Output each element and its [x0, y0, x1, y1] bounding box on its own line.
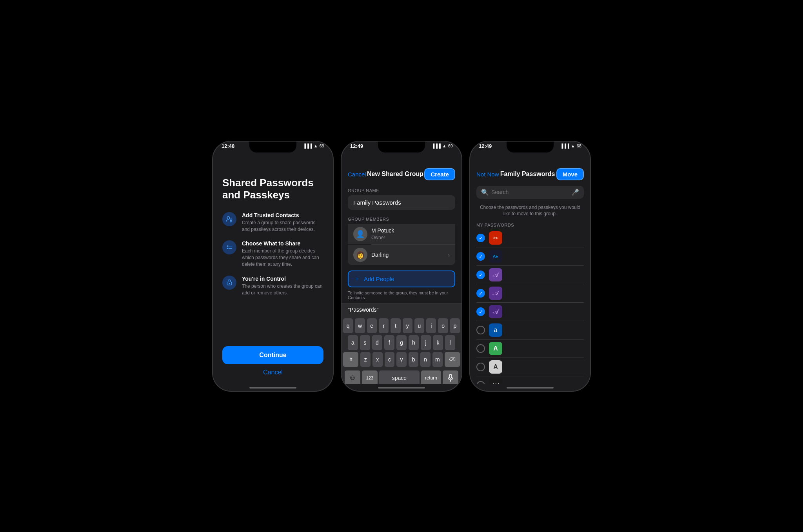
pw-checkbox[interactable]: ✓	[476, 252, 485, 261]
feature-text-3: You're in Control The person who creates…	[242, 276, 323, 296]
password-item[interactable]: ✓ 𝒜	[470, 266, 590, 284]
key-g[interactable]: g	[396, 335, 407, 350]
pw-checkbox[interactable]	[476, 363, 485, 371]
invite-hint: To invite someone to the group, they mus…	[342, 291, 461, 300]
move-button[interactable]: Move	[556, 168, 584, 180]
key-j[interactable]: j	[421, 335, 431, 350]
key-shift[interactable]: ⇧	[343, 352, 358, 367]
passwords-list: ✓ ✂ ✓ AE ✓ 𝒜 ✓ 𝒜 ✓ 𝒜	[470, 229, 590, 383]
phone1-content: Shared Passwordsand Passkeys Add Trusted…	[213, 165, 333, 384]
pw-checkbox[interactable]	[476, 344, 485, 353]
key-s[interactable]: s	[360, 335, 370, 350]
key-r[interactable]: r	[379, 318, 389, 333]
pw-checkbox[interactable]	[476, 326, 485, 334]
plus-icon: ＋	[354, 275, 360, 283]
pw-checkbox[interactable]	[476, 381, 485, 383]
status-bar-1: 12:48 ▐▐▐ ▲ 69	[213, 142, 333, 150]
pw-checkbox[interactable]: ✓	[476, 271, 485, 279]
key-q[interactable]: q	[343, 318, 353, 333]
cancel-button-2[interactable]: Cancel	[348, 171, 366, 178]
feature-icon-1	[222, 212, 236, 226]
pw-checkbox[interactable]: ✓	[476, 289, 485, 298]
pw-checkbox[interactable]: ✓	[476, 234, 485, 242]
member-avatar-2: 👩	[353, 248, 367, 262]
create-button[interactable]: Create	[424, 168, 455, 180]
nav-title-2: New Shared Group	[367, 171, 423, 178]
feature-text-2: Choose What to Share Each member of the …	[242, 240, 323, 267]
key-v[interactable]: v	[396, 352, 407, 367]
status-icons-2: ▐▐▐ ▲ 69	[431, 143, 453, 148]
search-icon: 🔍	[481, 189, 489, 196]
key-n[interactable]: n	[420, 352, 431, 367]
signal-icon-2: ▐▐▐	[431, 143, 440, 148]
key-mic[interactable]	[443, 370, 458, 384]
group-name-input[interactable]: Family Passwords	[348, 195, 455, 210]
svg-point-2	[227, 245, 228, 247]
password-item[interactable]: A	[470, 358, 590, 376]
cancel-link[interactable]: Cancel	[222, 369, 323, 376]
key-z[interactable]: z	[360, 352, 371, 367]
feature-item-1: Add Trusted Contacts Create a group to s…	[222, 212, 323, 233]
key-row-1: q w e r t y u i o p	[343, 318, 460, 333]
phone-3: 12:49 ▐▐▐ ▲ 68 Not Now Family Passwords …	[469, 141, 591, 392]
pw-icon: AE	[489, 250, 502, 263]
chevron-icon: ›	[448, 252, 450, 258]
password-item[interactable]: ✓ ✂	[470, 229, 590, 247]
key-d[interactable]: d	[372, 335, 382, 350]
home-indicator-2	[378, 387, 425, 389]
feature-icon-3	[222, 276, 236, 290]
wifi-icon: ▲	[314, 143, 318, 148]
pw-icon: ✂	[489, 231, 502, 245]
group-name-label: GROUP NAME	[348, 188, 455, 193]
group-name-section: GROUP NAME Family Passwords	[342, 183, 461, 212]
pw-icon: 𝒜	[489, 268, 502, 281]
pw-checkbox[interactable]: ✓	[476, 307, 485, 316]
key-return[interactable]: return	[421, 370, 441, 384]
member-info-2: Darling	[371, 252, 389, 258]
keyboard: q w e r t y u i o p a s d	[342, 316, 461, 384]
feature-item-3: You're in Control The person who creates…	[222, 276, 323, 296]
key-f[interactable]: f	[384, 335, 394, 350]
password-item[interactable]: ✓ AE	[470, 247, 590, 265]
password-item[interactable]: AM	[470, 376, 590, 383]
key-space[interactable]: space	[379, 370, 420, 384]
key-m[interactable]: m	[432, 352, 443, 367]
key-emoji[interactable]: ☺	[345, 370, 360, 384]
key-h[interactable]: h	[409, 335, 419, 350]
search-input[interactable]	[491, 189, 569, 195]
group-members-section: GROUP MEMBERS 👤 M Potuck Owner 👩 Darling	[342, 212, 461, 267]
key-u[interactable]: u	[414, 318, 424, 333]
key-row-3: ⇧ z x c v b n m ⌫	[343, 352, 460, 367]
not-now-button[interactable]: Not Now	[476, 171, 499, 178]
key-x[interactable]: x	[372, 352, 383, 367]
phone3-content: Not Now Family Passwords Move 🔍 🎤 Choose…	[470, 165, 590, 384]
mic-icon: 🎤	[571, 189, 579, 196]
nav-bar-3: Not Now Family Passwords Move	[470, 165, 590, 183]
key-k[interactable]: k	[433, 335, 443, 350]
password-item[interactable]: ✓ 𝒜	[470, 303, 590, 321]
key-a[interactable]: a	[348, 335, 358, 350]
phone-1: 12:48 ▐▐▐ ▲ 69 Shared Passwordsand Passk…	[212, 141, 334, 392]
key-l[interactable]: l	[445, 335, 455, 350]
key-e[interactable]: e	[367, 318, 377, 333]
add-people-button[interactable]: ＋ Add People	[348, 271, 455, 287]
key-w[interactable]: w	[355, 318, 365, 333]
password-item[interactable]: a	[470, 321, 590, 339]
key-y[interactable]: y	[403, 318, 412, 333]
pw-icon: a	[489, 323, 502, 337]
key-c[interactable]: c	[385, 352, 395, 367]
continue-button[interactable]: Continue	[222, 346, 323, 364]
key-numbers[interactable]: 123	[362, 370, 378, 384]
password-item[interactable]: ✓ 𝒜	[470, 284, 590, 302]
key-p[interactable]: p	[450, 318, 460, 333]
nav-title-3: Family Passwords	[500, 171, 555, 178]
key-b[interactable]: b	[409, 352, 419, 367]
key-i[interactable]: i	[426, 318, 436, 333]
search-bar[interactable]: 🔍 🎤	[476, 186, 584, 199]
password-item[interactable]: A	[470, 340, 590, 358]
time-2: 12:49	[350, 143, 363, 149]
status-icons-1: ▐▐▐ ▲ 69	[303, 143, 324, 148]
key-o[interactable]: o	[438, 318, 448, 333]
key-t[interactable]: t	[391, 318, 400, 333]
key-delete[interactable]: ⌫	[445, 352, 460, 367]
